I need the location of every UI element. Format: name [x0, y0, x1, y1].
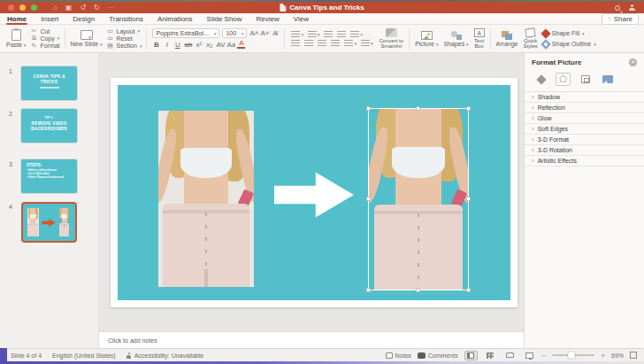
language-button[interactable]: English (United States) [52, 352, 116, 359]
reset-button[interactable]: ▭Reset [107, 35, 142, 42]
picture-tab[interactable] [600, 73, 615, 86]
increase-font-size-button[interactable]: A˄ [249, 29, 257, 37]
tab-review[interactable]: Review [249, 13, 287, 25]
zoom-slider-handle[interactable] [568, 352, 575, 359]
save-icon[interactable]: ▣ [65, 2, 73, 13]
numbering-button[interactable]: ▾ [307, 31, 321, 38]
before-photo[interactable] [158, 111, 254, 287]
section-3d-format[interactable]: ›3-D Format [525, 135, 644, 145]
search-icon[interactable] [615, 5, 620, 11]
zoom-level[interactable]: 69% [611, 352, 624, 359]
tab-design[interactable]: Design [65, 13, 102, 25]
change-case-button[interactable]: Aa [226, 41, 234, 49]
format-painter-button[interactable]: ✎Format [30, 43, 59, 50]
thumbnail-slide-4-selected[interactable]: 4 [0, 202, 77, 243]
cut-button[interactable]: ✂Cut [30, 27, 59, 35]
resize-handle-se[interactable] [466, 288, 471, 292]
resize-handle-e[interactable] [466, 197, 471, 201]
convert-to-smartart-button[interactable]: Convert toSmartArt [376, 27, 406, 50]
section-shadow[interactable]: ›Shadow [525, 92, 644, 103]
justify-button[interactable] [330, 40, 341, 47]
insert-shapes-button[interactable]: Shapes ▾ [441, 27, 471, 50]
underline-button[interactable]: U [173, 41, 181, 49]
insert-picture-button[interactable]: Picture ▾ [412, 27, 441, 50]
more-commands-icon[interactable]: ··· [108, 2, 115, 13]
slide-4-sheet[interactable] [111, 78, 518, 307]
close-window-button[interactable] [8, 4, 14, 11]
layout-button[interactable]: ▭Layout ▾ [107, 27, 142, 35]
fill-line-tab[interactable] [533, 73, 548, 86]
zoom-in-button[interactable]: + [601, 352, 605, 360]
thumbnail-slide-2[interactable]: 2 TIP 1: REMOVE VIDEO BACKGROUNDS [0, 109, 77, 143]
notes-toggle-button[interactable]: Notes [386, 352, 411, 359]
increase-indent-button[interactable] [336, 31, 347, 38]
tab-animations[interactable]: Animations [150, 13, 200, 25]
redo-icon[interactable]: ↻ [94, 2, 100, 13]
accessibility-status[interactable]: Accessibility: Unavailable [126, 352, 204, 359]
close-panel-icon[interactable]: ✕ [629, 58, 637, 66]
reading-view-button[interactable] [503, 351, 517, 360]
section-button[interactable]: ▤Section ▾ [107, 43, 142, 50]
thumbnail-slide-1[interactable]: 1 CANVA TIPS & TRICKS [0, 66, 77, 100]
fit-to-window-icon[interactable] [630, 352, 637, 359]
strikethrough-button[interactable]: ab [184, 41, 192, 49]
decrease-font-size-button[interactable]: A˅ [260, 29, 268, 37]
normal-view-button[interactable] [464, 351, 478, 360]
zoom-slider[interactable] [552, 354, 594, 356]
arrow-shape[interactable] [274, 167, 354, 223]
align-right-button[interactable] [317, 40, 327, 47]
share-button[interactable]: ↑ Share [602, 13, 639, 25]
section-reflection[interactable]: ›Reflection [525, 103, 644, 113]
minimize-window-button[interactable] [19, 4, 26, 11]
copy-button[interactable]: ⧉Copy ▾ [30, 35, 59, 42]
character-spacing-button[interactable]: AV [216, 41, 224, 49]
clear-formatting-button[interactable]: A̸ [271, 29, 279, 37]
section-soft-edges[interactable]: ›Soft Edges [525, 124, 644, 135]
new-slide-button[interactable]: New Slide ▾ [68, 27, 105, 50]
quick-styles-button[interactable]: QuickStyles [521, 27, 540, 50]
shape-fill-button[interactable]: Shape Fill ▾ [542, 29, 596, 37]
comments-toggle-button[interactable]: Comments [418, 352, 458, 359]
arrange-button[interactable]: Arrange [494, 27, 521, 50]
section-glow[interactable]: ›Glow [525, 113, 644, 124]
resize-handle-nw[interactable] [366, 106, 371, 111]
subscript-button[interactable]: x₂ [205, 41, 213, 49]
bold-button[interactable]: B [152, 41, 160, 49]
decrease-indent-button[interactable] [323, 31, 334, 38]
font-color-button[interactable]: A [237, 40, 245, 49]
align-left-button[interactable] [290, 40, 301, 47]
italic-button[interactable]: I [163, 41, 171, 49]
account-icon[interactable] [629, 4, 635, 11]
slide-teal-background[interactable] [118, 85, 510, 300]
tab-transitions[interactable]: Transitions [102, 13, 150, 25]
slideshow-button[interactable] [523, 351, 536, 360]
resize-handle-w[interactable] [366, 197, 371, 201]
text-direction-button[interactable]: ▾ [360, 40, 374, 47]
align-center-button[interactable] [303, 40, 314, 47]
tab-slide-show[interactable]: Slide Show [200, 13, 249, 25]
zoom-window-button[interactable] [31, 4, 37, 11]
thumbnail-slide-3[interactable]: 3 STEPS: • Select a video element • Go t… [0, 159, 77, 193]
shape-outline-button[interactable]: Shape Outline ▾ [542, 40, 596, 48]
bullets-button[interactable]: ▾ [290, 31, 304, 38]
font-size-combobox[interactable]: 100▾ [222, 28, 247, 38]
undo-icon[interactable]: ↺ [80, 2, 86, 13]
notes-placeholder[interactable]: Click to add notes [99, 331, 524, 348]
resize-handle-s[interactable] [416, 288, 420, 292]
resize-handle-ne[interactable] [466, 106, 471, 111]
home-icon[interactable]: ⌂ [53, 2, 58, 13]
section-artistic-effects[interactable]: ›Artistic Effects [525, 156, 644, 167]
resize-handle-sw[interactable] [366, 288, 371, 292]
tab-view[interactable]: View [287, 13, 316, 25]
tab-home[interactable]: Home [0, 13, 34, 25]
paste-button[interactable]: Paste ▾ [4, 27, 28, 50]
superscript-button[interactable]: x² [195, 41, 203, 49]
tab-insert[interactable]: Insert [34, 13, 65, 25]
size-properties-tab[interactable] [578, 73, 593, 86]
line-spacing-button[interactable]: ▾ [349, 31, 364, 38]
columns-button[interactable]: ▾ [343, 40, 357, 47]
effects-tab[interactable]: ⬠ [556, 73, 571, 86]
slide-sorter-view-button[interactable] [484, 351, 497, 360]
zoom-out-button[interactable]: − [542, 352, 547, 360]
resize-handle-n[interactable] [416, 106, 420, 111]
